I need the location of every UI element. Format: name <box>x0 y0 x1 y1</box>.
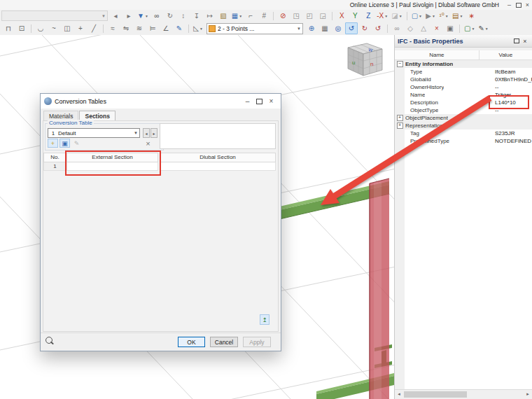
arc-icon[interactable]: ◡ <box>34 22 47 34</box>
external-section-cell[interactable] <box>66 162 158 171</box>
view-x-icon: X <box>340 13 344 20</box>
solid-icon[interactable]: ◫ <box>61 22 74 34</box>
angle-icon[interactable]: ∠ <box>160 22 172 34</box>
work-plane-select-icon[interactable]: ◺▼ <box>192 22 204 34</box>
dialog-maximize-icon[interactable] <box>253 96 265 106</box>
display-options-icon[interactable]: ▢▼ <box>463 22 476 34</box>
nav-back-button[interactable]: ◂ <box>109 10 122 22</box>
property-row-entity-information[interactable]: −Entity information <box>395 60 532 68</box>
node-icon[interactable]: + <box>74 22 87 34</box>
binoculars-icon[interactable]: ∞ <box>150 10 163 22</box>
scroll-left-icon[interactable]: ◂ <box>395 390 403 398</box>
property-row-globalid[interactable]: GlobalId0XfBnTH9nD_R <box>395 76 532 83</box>
close-icon[interactable]: × <box>523 1 532 9</box>
minus-expander-icon[interactable]: − <box>395 61 405 67</box>
work-plane-icon[interactable]: ◪▼ <box>390 10 403 22</box>
wand-icon[interactable]: ✎ <box>173 22 186 34</box>
cancel-icon[interactable]: × <box>430 22 443 34</box>
delete-table-icon[interactable]: × <box>143 139 153 148</box>
rotate-z-icon[interactable]: ↺ <box>372 22 384 34</box>
chain-icon[interactable]: ∞ <box>391 22 403 34</box>
view-selector-combo[interactable]: ▼ <box>1 10 108 21</box>
divide-icon[interactable]: ⊨ <box>146 22 159 34</box>
red-column[interactable] <box>370 178 389 399</box>
pen-options-icon[interactable]: ✎▼ <box>477 22 489 34</box>
apply-button[interactable]: Apply <box>243 337 271 347</box>
dimension-icon[interactable]: ¹⁰▼ <box>438 10 450 22</box>
panel-horizontal-scrollbar[interactable]: ◂ ▸ <box>395 389 532 399</box>
close-panel-icon[interactable]: × <box>521 37 529 46</box>
visibility-filter-icon[interactable]: ▼▼ <box>136 10 150 22</box>
property-row-ownerhistory[interactable]: OwnerHistory-- <box>395 83 532 91</box>
export-table-icon[interactable]: ↥ <box>260 314 270 325</box>
plus-expander-icon[interactable]: + <box>395 115 405 121</box>
nav-forward-button[interactable]: ▸ <box>122 10 135 22</box>
property-row-objecttype[interactable]: ObjectType-- <box>395 106 532 114</box>
property-row-objectplacement[interactable]: +ObjectPlacement <box>395 114 532 122</box>
mesh-icon[interactable]: ∗ <box>465 10 477 22</box>
camera-icon[interactable]: ▣ <box>444 22 456 34</box>
rename-table-icon[interactable]: ✎ <box>71 139 82 148</box>
mirror-icon[interactable]: ≈ <box>106 22 119 34</box>
snap-center-icon[interactable]: ◎ <box>332 22 344 34</box>
frame-icon[interactable]: ⊓ <box>2 22 15 34</box>
cancel-button[interactable]: Cancel <box>210 337 238 347</box>
support-icon[interactable]: ↕ <box>177 10 190 22</box>
next-table-button[interactable]: ▸ <box>150 128 158 138</box>
property-row-description[interactable]: DescriptionL140*10 <box>395 99 532 106</box>
dialog-title-bar[interactable]: Conversion Tables – × <box>41 94 281 108</box>
property-row-type[interactable]: TypeIfcBeam <box>395 68 532 76</box>
restore-icon[interactable] <box>514 1 523 9</box>
line-icon[interactable]: ╱ <box>88 22 100 34</box>
layers-icon[interactable]: ▢▼ <box>410 10 424 22</box>
solid-box-icon[interactable]: ▧ <box>217 10 230 22</box>
view-y-icon[interactable]: Y <box>349 10 361 22</box>
property-row-name[interactable]: NameTräger <box>395 91 532 99</box>
new-table-icon[interactable]: + <box>48 139 58 148</box>
table-view-icon[interactable]: ▦▼ <box>230 10 244 22</box>
view-z-icon[interactable]: Z <box>362 10 374 22</box>
selection-mode-combo[interactable]: 2 - 3 Points ... ▼ <box>206 23 303 34</box>
float-panel-icon[interactable] <box>512 37 521 46</box>
rotate-view-icon[interactable]: ↺ <box>345 22 358 34</box>
select-special-icon[interactable]: ⊕ <box>305 22 318 34</box>
insert-node-icon[interactable]: ↧ <box>190 10 203 22</box>
plus-expander-icon[interactable]: + <box>395 122 405 129</box>
scrollbar-thumb[interactable] <box>404 391 467 398</box>
dialog-minimize-icon[interactable]: – <box>241 96 253 106</box>
view-front-icon[interactable]: ◰ <box>303 10 316 22</box>
spline-icon[interactable]: ~ <box>48 22 60 34</box>
surface-icon[interactable]: ▤▼ <box>451 10 464 22</box>
pipe-icon[interactable]: ⌐ <box>244 10 257 22</box>
zoom-cancel-icon[interactable]: ⊘ <box>276 10 289 22</box>
view-iso-icon[interactable]: ◳ <box>290 10 302 22</box>
rhombus-icon[interactable]: ◇ <box>404 22 416 34</box>
align-icon: ↦ <box>207 13 213 20</box>
chevron-down-icon: ▼ <box>200 27 203 31</box>
shift-icon[interactable]: ⇋ <box>120 22 132 34</box>
view-corner-icon[interactable]: ◲ <box>316 10 329 22</box>
rotate-node-icon[interactable]: ↻ <box>164 10 176 22</box>
measure-icon[interactable]: # <box>258 10 270 22</box>
property-row-tag[interactable]: TagS235JR <box>395 130 532 137</box>
window-icon[interactable]: ⊡ <box>15 22 28 34</box>
minimize-icon[interactable]: – <box>505 1 514 9</box>
ok-button[interactable]: OK <box>178 337 205 347</box>
conversion-table-combo[interactable]: 1 Default ▼ <box>48 128 140 138</box>
copy-table-icon[interactable]: ▣ <box>59 139 70 148</box>
property-row-representation[interactable]: +Representation <box>395 122 532 130</box>
offset-icon[interactable]: ≋ <box>133 22 146 34</box>
dialog-close-icon[interactable]: × <box>265 96 277 106</box>
previous-table-button[interactable]: ◂ <box>143 128 150 138</box>
cone-icon[interactable]: △ <box>417 22 430 34</box>
scroll-right-icon[interactable]: ▸ <box>524 390 532 398</box>
pointer-icon[interactable]: ▶▼ <box>424 10 437 22</box>
view-cube[interactable]: w u n <box>348 43 382 76</box>
view-minus-x-icon[interactable]: -X▼ <box>375 10 389 22</box>
property-row-predefinedtype[interactable]: PredefinedTypeNOTDEFINED <box>395 137 532 145</box>
rotate-x-icon[interactable]: ↻ <box>358 22 371 34</box>
table-grid-icon[interactable]: ▦ <box>318 22 331 34</box>
view-x-icon[interactable]: X <box>335 10 348 22</box>
align-icon[interactable]: ↦ <box>204 10 216 22</box>
dlubal-section-cell[interactable] <box>160 162 276 171</box>
